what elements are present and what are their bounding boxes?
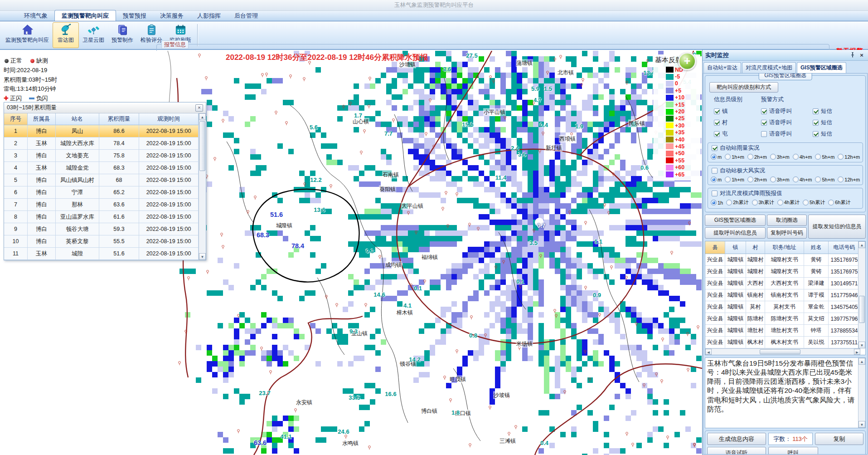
generate-message-button[interactable]: 生成信息内容 — [707, 433, 766, 445]
radio-option-4h累计[interactable]: 4h累计 — [777, 199, 800, 206]
radio-option-12h+m[interactable]: 12h+m — [838, 176, 860, 182]
table-row[interactable]: 11玉林城隍51.62022-08-19 15:00 — [4, 248, 206, 260]
extract-call-button[interactable]: 提取呼叫的信息员 — [705, 227, 766, 239]
radio-icon[interactable] — [770, 176, 776, 182]
tts-preview-button[interactable]: 语音试听 — [707, 447, 766, 455]
radio-option-4h+m[interactable]: 4h+m — [793, 176, 812, 182]
radio-option-2h累计[interactable]: 2h累计 — [726, 199, 748, 206]
radio-option-4h+m[interactable]: 4h+m — [793, 154, 812, 160]
rain-table-scrollbar[interactable]: ▲▼ — [199, 113, 206, 260]
radio-icon[interactable] — [726, 200, 732, 205]
scroll-thumb[interactable] — [199, 121, 205, 171]
copy-button[interactable]: 复制 — [815, 433, 863, 445]
table-row[interactable]: 9博白顿谷大塘59.32022-08-19 15:00 — [4, 223, 206, 235]
menu-tab-预警预报[interactable]: 预警预报 — [116, 10, 153, 21]
rain-col-header[interactable]: 站名 — [56, 113, 99, 125]
radio-option-1h+m[interactable]: 1h+m — [725, 154, 744, 160]
radar-map[interactable]: 沙塘镇蒲塘镇北市镇小平山镇民乐镇山心镇石南镇葵阳镇大平山镇城隍镇成均镇福绵镇樟木… — [0, 51, 702, 455]
table-row[interactable]: 兴业县城隍镇陈塘村陈塘村支书莫文绍139775796 — [705, 313, 860, 325]
target-level-button[interactable]: 靶向叫应的级别和方式 — [709, 82, 778, 93]
menu-tab-决策服务[interactable]: 决策服务 — [153, 10, 190, 21]
menu-tab-人影指挥[interactable]: 人影指挥 — [190, 10, 228, 21]
checkbox-村[interactable] — [714, 120, 720, 126]
tab-自动站+雷达[interactable]: 自动站+雷达 — [703, 62, 741, 73]
checkbox-sms[interactable] — [813, 131, 819, 137]
radio-option-m[interactable]: m — [711, 176, 722, 182]
radio-icon[interactable] — [725, 154, 731, 160]
checkbox-voice-call[interactable] — [761, 131, 767, 137]
scroll-thumb[interactable] — [760, 349, 800, 354]
checkbox-voice-call[interactable] — [761, 120, 767, 126]
checkbox-屯[interactable] — [714, 131, 720, 137]
table-row[interactable]: 7博白那林63.62022-08-19 15:00 — [4, 199, 206, 211]
table-row[interactable]: 兴业县城隍镇大西村大西村支书梁泽建130149571 — [705, 278, 860, 289]
checkbox-voice-call[interactable] — [761, 108, 767, 114]
contacts-vscrollbar[interactable]: ▲▼ — [858, 241, 865, 348]
scroll-up-icon[interactable]: ▲ — [858, 358, 865, 365]
checkbox-对流尺度模式降雨预报值[interactable] — [712, 191, 718, 196]
copy-number-button[interactable]: 复制呼叫号码 — [767, 227, 807, 239]
table-row[interactable]: 兴业县城隍镇城隍村城隍村支书黄铸135176975 — [705, 254, 860, 266]
gis-select-button[interactable]: GIS预警区域圈选 — [705, 215, 766, 226]
scroll-up-icon[interactable]: ▲ — [199, 113, 206, 120]
tool-button-雷达图[interactable]: 雷达图 — [53, 22, 79, 48]
contacts-col-header[interactable]: 职务/地址 — [765, 241, 804, 254]
menu-tab-监测预警靶向叫应[interactable]: 监测预警靶向叫应 — [54, 10, 116, 21]
tab-GIS预警区域圈选[interactable]: GIS预警区域圈选 — [797, 62, 846, 73]
scroll-down-icon[interactable]: ▼ — [858, 342, 865, 348]
rain-col-header[interactable]: 观测时间 — [139, 113, 199, 125]
scroll-down-icon[interactable]: ▼ — [199, 253, 206, 260]
radio-icon[interactable] — [828, 200, 834, 205]
menu-tab-后台管理[interactable]: 后台管理 — [228, 10, 265, 21]
table-row[interactable]: 兴业县城隍镇城隍村城隍村支书黄铸135176975 — [705, 266, 860, 278]
table-row[interactable]: 10博白英桥文黎55.52022-08-19 15:00 — [4, 235, 206, 248]
table-row[interactable]: 6博白宁潭65.22022-08-19 15:00 — [4, 186, 206, 199]
scroll-down-icon[interactable]: ▼ — [858, 421, 865, 428]
contacts-hscrollbar[interactable]: ◀▶ — [705, 348, 860, 355]
radio-icon[interactable] — [711, 200, 717, 205]
radio-icon[interactable] — [838, 154, 844, 160]
radio-option-m[interactable]: m — [711, 154, 722, 160]
checkbox-自动站雨量实况[interactable] — [712, 145, 718, 151]
close-icon[interactable]: × — [195, 104, 203, 112]
radio-icon[interactable] — [747, 176, 753, 182]
radio-icon[interactable] — [793, 176, 799, 182]
radio-option-12h+m[interactable]: 12h+m — [838, 154, 860, 160]
extract-sms-button[interactable]: 提取发短信的信息员 — [808, 215, 866, 239]
rain-col-header[interactable]: 所属县 — [28, 113, 56, 125]
map-zoom-in-button[interactable]: + — [678, 52, 696, 70]
checkbox-sms[interactable] — [813, 108, 819, 114]
contacts-col-header[interactable]: 电话号码 — [829, 241, 860, 254]
radio-icon[interactable] — [815, 176, 821, 182]
radio-icon[interactable] — [747, 154, 753, 160]
table-row[interactable]: 4玉林城隍金党68.32022-08-19 15:00 — [4, 162, 206, 174]
scroll-up-icon[interactable]: ▲ — [858, 241, 865, 248]
rain-col-header[interactable]: 累积雨量 — [99, 113, 139, 125]
radio-icon[interactable] — [838, 176, 844, 182]
radio-option-6h累计[interactable]: 6h累计 — [828, 199, 850, 206]
radio-option-1h[interactable]: 1h — [711, 200, 723, 205]
table-row[interactable]: 兴业县城隍镇莫村莫村支书覃金乾134575405 — [705, 301, 860, 313]
radio-icon[interactable] — [752, 200, 758, 205]
contacts-col-header[interactable]: 镇 — [725, 241, 746, 254]
cancel-select-button[interactable]: 取消圈选 — [767, 215, 807, 226]
table-row[interactable]: 8博白亚山温罗水库61.62022-08-19 15:00 — [4, 211, 206, 223]
table-row[interactable]: 5博白凤山镇凤山村682022-08-19 15:00 — [4, 174, 206, 186]
close-icon[interactable]: × — [858, 52, 865, 59]
radio-icon[interactable] — [793, 154, 799, 160]
table-row[interactable]: 兴业县城隍镇塘肚村塘肚村支书钟塔137885534 — [705, 325, 860, 337]
contacts-col-header[interactable]: 村 — [746, 241, 765, 254]
radio-option-5h累计[interactable]: 5h累计 — [803, 199, 825, 206]
contacts-col-header[interactable]: 县 — [705, 241, 725, 254]
radio-option-2h+m[interactable]: 2h+m — [747, 176, 767, 182]
contacts-col-header[interactable]: 姓名 — [804, 241, 829, 254]
table-row[interactable]: 2玉林城隍大西水库78.42022-08-19 15:00 — [4, 137, 206, 150]
radio-icon[interactable] — [777, 200, 783, 205]
checkbox-自动站极大风实况[interactable] — [712, 168, 718, 174]
menu-tab-环境气象[interactable]: 环境气象 — [17, 10, 54, 21]
scroll-left-icon[interactable]: ◀ — [705, 349, 712, 355]
scroll-thumb[interactable] — [859, 296, 865, 323]
table-row[interactable]: 兴业县城隍镇枫木村枫木村支书吴以悦137375511 — [705, 337, 860, 348]
scroll-right-icon[interactable]: ▶ — [854, 349, 860, 355]
radio-option-5h+m[interactable]: 5h+m — [815, 154, 834, 160]
